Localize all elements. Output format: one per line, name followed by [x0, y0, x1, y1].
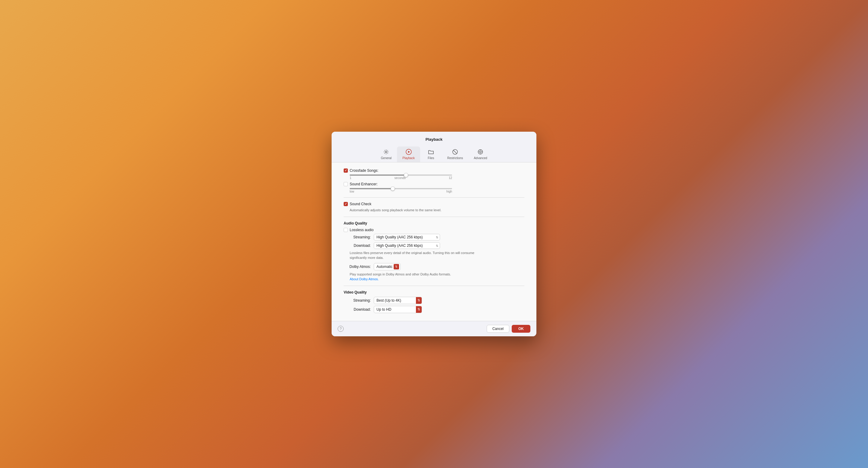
sound-enhancer-label: Sound Enhancer:: [350, 182, 378, 186]
download-select-wrapper[interactable]: High Quality (AAC 256 kbps): [374, 242, 440, 249]
video-streaming-value: Best (Up to 4K): [374, 297, 416, 303]
crossfade-slider-track[interactable]: [350, 174, 452, 176]
video-streaming-row: Streaming: Best (Up to 4K) ⇅: [344, 297, 524, 304]
dolby-label: Dolby Atmos:: [344, 265, 371, 269]
sound-enhancer-slider-labels: low high: [350, 190, 452, 193]
svg-point-0: [385, 151, 387, 153]
streaming-select-wrapper[interactable]: High Quality (AAC 256 kbps): [374, 234, 440, 240]
video-streaming-label: Streaming:: [344, 298, 371, 302]
folder-icon: [427, 148, 435, 155]
crossfade-slider-thumb[interactable]: [404, 173, 408, 177]
tab-advanced[interactable]: Advanced: [468, 146, 492, 162]
video-download-label: Download:: [344, 308, 371, 312]
toolbar: General Playback Files: [332, 145, 536, 162]
dolby-description: Play supported songs in Dolby Atmos and …: [350, 272, 488, 282]
sound-enhancer-slider-fill: [350, 188, 393, 189]
svg-marker-2: [408, 151, 410, 153]
download-label: Download:: [344, 243, 371, 248]
lossless-description: Lossless files preserve every detail of …: [350, 251, 488, 260]
video-download-value: Up to HD: [374, 306, 416, 313]
dolby-stepper-icon: [394, 264, 399, 269]
tab-general[interactable]: General: [375, 146, 397, 162]
advanced-icon: [477, 148, 484, 155]
tab-playback-label: Playback: [402, 156, 415, 160]
sound-enhancer-min: low: [350, 190, 354, 193]
video-quality-heading: Video Quality: [344, 290, 524, 294]
playback-dialog: Playback General P: [332, 132, 536, 336]
footer: ? Cancel OK: [332, 321, 536, 336]
play-icon: [405, 148, 412, 155]
tab-general-label: General: [381, 156, 392, 160]
svg-point-5: [479, 151, 481, 153]
svg-line-4: [453, 150, 457, 154]
crossfade-max: 12: [449, 176, 452, 180]
ok-button[interactable]: OK: [512, 325, 530, 333]
tab-restrictions-label: Restrictions: [447, 156, 463, 160]
streaming-row: Streaming: High Quality (AAC 256 kbps): [344, 234, 524, 240]
tab-playback[interactable]: Playback: [397, 146, 420, 162]
sound-enhancer-checkbox[interactable]: [344, 182, 348, 186]
streaming-select[interactable]: High Quality (AAC 256 kbps): [374, 234, 440, 240]
help-button[interactable]: ?: [338, 326, 344, 332]
tab-restrictions[interactable]: Restrictions: [442, 146, 468, 162]
cancel-button[interactable]: Cancel: [487, 325, 509, 333]
sound-enhancer-row: Sound Enhancer:: [344, 182, 524, 186]
sound-check-checkbox[interactable]: [344, 202, 348, 206]
crossfade-checkbox[interactable]: [344, 169, 348, 173]
dolby-value: Automatic: [376, 265, 393, 269]
download-row: Download: High Quality (AAC 256 kbps): [344, 242, 524, 249]
video-download-dropdown[interactable]: Up to HD ⇅: [374, 306, 422, 313]
crossfade-slider-labels: 1 seconds 12: [350, 176, 452, 180]
sound-check-row: Sound Check: [344, 202, 524, 206]
crossfade-unit: seconds: [395, 176, 406, 180]
tab-files-label: Files: [428, 156, 434, 160]
crossfade-row: Crossfade Songs:: [344, 169, 524, 173]
restrictions-icon: [452, 148, 459, 155]
crossfade-min: 1: [350, 176, 351, 180]
tab-advanced-label: Advanced: [474, 156, 487, 160]
crossfade-slider-container: 1 seconds 12: [350, 174, 524, 180]
lossless-checkbox[interactable]: [344, 228, 348, 232]
gear-icon: [382, 148, 390, 155]
content-area: Crossfade Songs: 1 seconds 12 Sound Enha…: [332, 163, 536, 321]
video-streaming-dropdown[interactable]: Best (Up to 4K) ⇅: [374, 297, 422, 304]
divider-3: [344, 286, 524, 286]
crossfade-label: Crossfade Songs:: [350, 169, 378, 173]
sound-enhancer-slider-thumb[interactable]: [391, 186, 395, 191]
lossless-audio-row: Lossless audio: [344, 228, 524, 232]
svg-point-6: [478, 150, 483, 154]
streaming-label: Streaming:: [344, 235, 371, 239]
download-select[interactable]: High Quality (AAC 256 kbps): [374, 242, 440, 249]
lossless-label: Lossless audio: [350, 228, 373, 232]
video-download-stepper[interactable]: ⇅: [416, 306, 422, 313]
sound-check-label: Sound Check: [350, 202, 371, 206]
divider-1: [344, 197, 524, 198]
footer-buttons: Cancel OK: [487, 325, 530, 333]
dolby-select[interactable]: Automatic: [374, 263, 401, 270]
divider-2: [344, 217, 524, 217]
dolby-link[interactable]: About Dolby Atmos.: [350, 277, 379, 281]
audio-quality-heading: Audio Quality: [344, 221, 524, 226]
dolby-row: Dolby Atmos: Automatic: [344, 263, 524, 270]
dialog-title: Playback: [332, 137, 536, 142]
crossfade-slider-fill: [350, 174, 406, 176]
video-download-row: Download: Up to HD ⇅: [344, 306, 524, 313]
sound-enhancer-max: high: [446, 190, 452, 193]
sound-enhancer-slider-container: low high: [350, 188, 524, 193]
sound-check-description: Automatically adjusts song playback volu…: [350, 208, 488, 212]
sound-enhancer-slider-track[interactable]: [350, 188, 452, 189]
tab-files[interactable]: Files: [420, 146, 442, 162]
title-bar: Playback General P: [332, 132, 536, 163]
video-streaming-stepper[interactable]: ⇅: [416, 297, 422, 304]
